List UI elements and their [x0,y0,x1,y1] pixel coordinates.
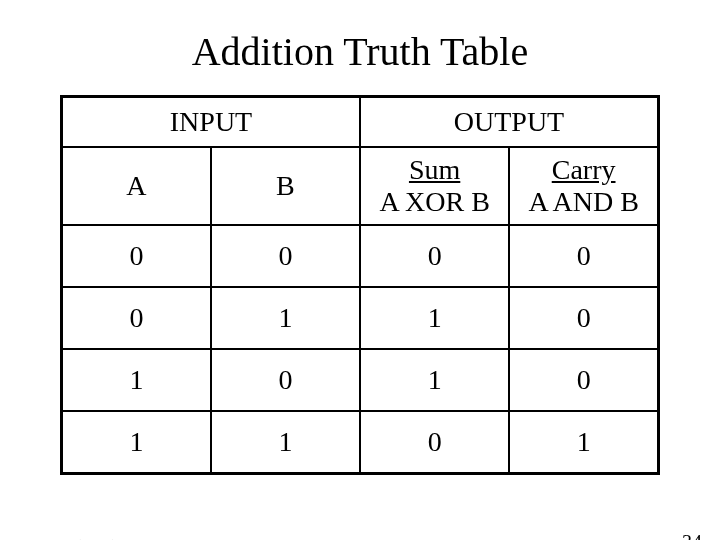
cell-a: 0 [62,287,211,349]
header-sum: Sum A XOR B [360,147,509,225]
header-sum-bottom: A XOR B [379,186,489,218]
cell-carry: 0 [509,349,658,411]
cell-a: 1 [62,349,211,411]
header-sum-top: Sum [409,154,460,186]
header-output-group: OUTPUT [360,97,659,148]
table-row: 1 0 1 0 [62,349,659,411]
table-row: 0 1 1 0 [62,287,659,349]
slide: Addition Truth Table INPUT OUTPUT A B Su… [0,28,720,540]
header-carry-top: Carry [552,154,616,186]
cell-b: 0 [211,349,360,411]
cell-b: 0 [211,225,360,287]
cell-a: 1 [62,411,211,474]
cell-b: 1 [211,411,360,474]
cell-sum: 0 [360,411,509,474]
table-row: 1 1 0 1 [62,411,659,474]
slide-title: Addition Truth Table [0,28,720,75]
cell-carry: 0 [509,225,658,287]
cell-sum: 1 [360,287,509,349]
header-sub-row: A B Sum A XOR B Carry A AND B [62,147,659,225]
table-row: 0 0 0 0 [62,225,659,287]
cell-carry: 1 [509,411,658,474]
header-b: B [211,147,360,225]
cell-carry: 0 [509,287,658,349]
header-carry: Carry A AND B [509,147,658,225]
header-carry-bottom: A AND B [528,186,638,218]
header-a: A [62,147,211,225]
footer-page-number: 34 [682,531,702,540]
cell-sum: 0 [360,225,509,287]
header-input-group: INPUT [62,97,361,148]
cell-sum: 1 [360,349,509,411]
cell-a: 0 [62,225,211,287]
header-group-row: INPUT OUTPUT [62,97,659,148]
truth-table: INPUT OUTPUT A B Sum A XOR B Carry A AND… [60,95,660,475]
cell-b: 1 [211,287,360,349]
table: INPUT OUTPUT A B Sum A XOR B Carry A AND… [60,95,660,475]
